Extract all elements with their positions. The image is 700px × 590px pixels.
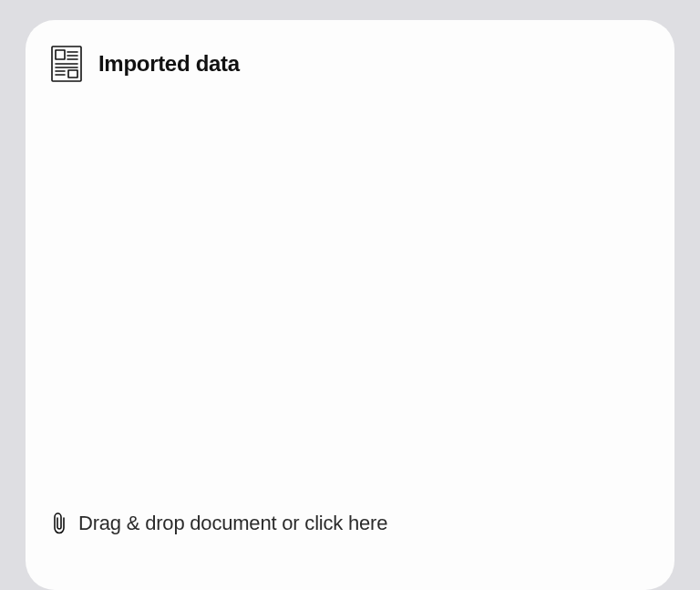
svg-rect-1 bbox=[56, 50, 65, 59]
dropzone-label: Drag & drop document or click here bbox=[78, 512, 387, 535]
svg-rect-9 bbox=[68, 70, 77, 78]
file-dropzone[interactable]: Drag & drop document or click here bbox=[51, 512, 649, 590]
empty-content-area bbox=[51, 82, 649, 512]
card-title: Imported data bbox=[98, 51, 240, 77]
card-header: Imported data bbox=[51, 46, 649, 82]
paperclip-icon bbox=[51, 512, 67, 535]
document-layout-icon bbox=[51, 46, 82, 82]
imported-data-card: Imported data Drag & drop document or cl… bbox=[26, 20, 674, 590]
